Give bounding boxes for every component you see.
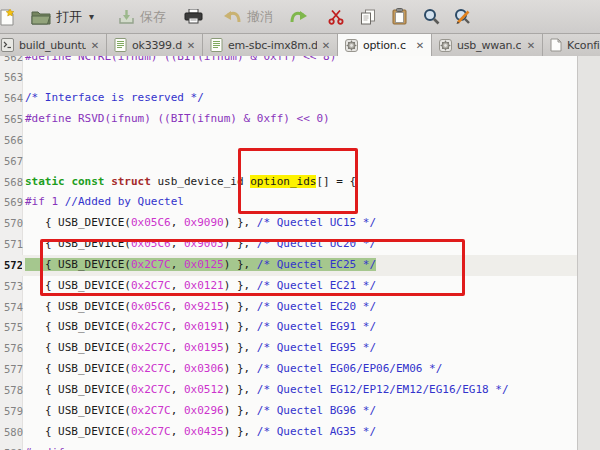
copy-button[interactable] <box>355 7 381 27</box>
tab-label: option.c <box>363 39 406 52</box>
tab-build-ubuntu-sh[interactable]: build_ubuntu.sh✕ <box>0 34 107 56</box>
code-text: /* Interface is reserved */ <box>22 88 600 109</box>
code-line-568[interactable]: 568static const struct usb_device_id opt… <box>0 172 600 193</box>
code-text: #endif <box>22 443 600 450</box>
line-number: 570 <box>0 213 22 234</box>
code-text: { USB_DEVICE(0x2C7C, 0x0296) }, /* Quect… <box>22 401 600 422</box>
copy-icon <box>360 9 376 25</box>
toolbar: 打开▾保存撤消 <box>0 0 600 34</box>
code-text: { USB_DEVICE(0x2C7C, 0x0195) }, /* Quect… <box>22 338 600 359</box>
line-number: 566 <box>0 130 22 151</box>
code-text <box>22 67 600 88</box>
code-line-562[interactable]: 562#define NCTRL(ifnum) ((BIT(ifnum) & 0… <box>0 56 600 67</box>
code-line-578[interactable]: 578 { USB_DEVICE(0x2C7C, 0x0512) }, /* Q… <box>0 380 600 401</box>
tab-label: build_ubuntu.sh <box>19 39 86 52</box>
paste-button[interactable] <box>387 6 412 27</box>
text-editor-window: 打开▾保存撤消 build_ubuntu.sh✕ok3399.dts✕em-sb… <box>0 0 600 450</box>
code-text: #if 1 //Added by Quectel <box>22 192 600 213</box>
tab-option-c[interactable]: option.c✕ <box>338 34 432 56</box>
code-line-573[interactable]: 573 { USB_DEVICE(0x2C7C, 0x0121) }, /* Q… <box>0 276 600 297</box>
printer-icon <box>184 9 203 24</box>
open-label: 打开 <box>56 8 82 26</box>
save-button[interactable]: 保存 <box>113 6 171 28</box>
code-line-576[interactable]: 576 { USB_DEVICE(0x2C7C, 0x0195) }, /* Q… <box>0 338 600 359</box>
line-number: 562 <box>0 56 22 67</box>
redo-icon <box>289 10 308 24</box>
new-file-button[interactable] <box>0 6 20 28</box>
tab-bar: build_ubuntu.sh✕ok3399.dts✕em-sbc-imx8m.… <box>0 34 600 56</box>
c-file-icon <box>439 39 452 52</box>
line-number: 573 <box>0 276 22 297</box>
code-line-566[interactable]: 566 <box>0 130 600 151</box>
code-text: { USB_DEVICE(0x2C7C, 0x0306) }, /* Quect… <box>22 359 600 380</box>
line-number: 581 <box>0 443 22 450</box>
code-line-572[interactable]: 572 { USB_DEVICE(0x2C7C, 0x0125) }, /* Q… <box>0 255 600 276</box>
line-number: 579 <box>0 401 22 422</box>
c-file-icon <box>345 39 358 52</box>
code-text <box>22 151 600 172</box>
clipboard-icon <box>392 8 407 25</box>
code-text: { USB_DEVICE(0x2C7C, 0x0125) }, /* Quect… <box>22 255 600 276</box>
code-line-563[interactable]: 563 <box>0 67 600 88</box>
plain-file-icon <box>550 38 562 52</box>
code-line-581[interactable]: 581#endif <box>0 443 600 450</box>
code-line-569[interactable]: 569#if 1 //Added by Quectel <box>0 192 600 213</box>
code-text: { USB_DEVICE(0x2C7C, 0x0191) }, /* Quect… <box>22 317 600 338</box>
save-icon <box>118 9 135 25</box>
code-text: static const struct usb_device_id option… <box>22 172 600 193</box>
code-text: #define RSVD(ifnum) ((BIT(ifnum) & 0xff)… <box>22 109 600 130</box>
code-line-570[interactable]: 570 { USB_DEVICE(0x05C6, 0x9090) }, /* Q… <box>0 213 600 234</box>
code-line-571[interactable]: 571 { USB_DEVICE(0x05C6, 0x9003) }, /* Q… <box>0 234 600 255</box>
tab-usb-wwan-c[interactable]: usb_wwan.c✕ <box>432 34 543 56</box>
open-button[interactable]: 打开▾ <box>26 6 99 28</box>
code-line-577[interactable]: 577 { USB_DEVICE(0x2C7C, 0x0306) }, /* Q… <box>0 359 600 380</box>
tab-close-icon[interactable]: ✕ <box>416 40 424 51</box>
tab-ok3399-dts[interactable]: ok3399.dts✕ <box>107 34 203 56</box>
tab-label: em-sbc-imx8m.dts <box>228 39 317 52</box>
code-lines: 562#define NCTRL(ifnum) ((BIT(ifnum) & 0… <box>0 56 600 450</box>
code-editor[interactable]: 562#define NCTRL(ifnum) ((BIT(ifnum) & 0… <box>0 56 600 450</box>
line-number: 576 <box>0 338 22 359</box>
vertical-scrollbar[interactable] <box>577 56 600 450</box>
line-number: 567 <box>0 151 22 172</box>
tab-label: usb_wwan.c <box>457 39 521 52</box>
line-number: 571 <box>0 234 22 255</box>
magnifier-pencil-icon <box>454 8 472 25</box>
code-line-564[interactable]: 564/* Interface is reserved */ <box>0 88 600 109</box>
code-line-565[interactable]: 565#define RSVD(ifnum) ((BIT(ifnum) & 0x… <box>0 109 600 130</box>
code-line-579[interactable]: 579 { USB_DEVICE(0x2C7C, 0x0296) }, /* Q… <box>0 401 600 422</box>
tab-close-icon[interactable]: ✕ <box>527 40 535 51</box>
tab-close-icon[interactable]: ✕ <box>91 40 99 51</box>
cut-button[interactable] <box>323 7 349 27</box>
line-number: 565 <box>0 109 22 130</box>
chevron-down-icon[interactable]: ▾ <box>89 11 94 22</box>
tab-label: Kconfig <box>567 39 600 52</box>
code-text: { USB_DEVICE(0x05C6, 0x9215) }, /* Quect… <box>22 297 600 318</box>
code-text <box>22 130 600 151</box>
code-line-567[interactable]: 567 <box>0 151 600 172</box>
code-line-575[interactable]: 575 { USB_DEVICE(0x2C7C, 0x0191) }, /* Q… <box>0 317 600 338</box>
redo-button[interactable] <box>284 8 313 26</box>
search-button[interactable] <box>418 6 445 27</box>
line-number: 578 <box>0 380 22 401</box>
undo-label: 撤消 <box>247 8 273 26</box>
replace-button[interactable] <box>449 6 477 27</box>
line-number: 574 <box>0 297 22 318</box>
undo-icon <box>223 10 242 24</box>
tab-close-icon[interactable]: ✕ <box>322 40 330 51</box>
line-number: 572 <box>0 255 22 276</box>
tab-close-icon[interactable]: ✕ <box>187 40 195 51</box>
print-button[interactable] <box>179 7 208 26</box>
code-line-580[interactable]: 580 { USB_DEVICE(0x2C7C, 0x0435) }, /* Q… <box>0 422 600 443</box>
magnifier-icon <box>423 8 440 25</box>
tab-em-sbc-imx8m-dts[interactable]: em-sbc-imx8m.dts✕ <box>203 34 338 56</box>
scissors-icon <box>328 9 344 25</box>
line-number: 577 <box>0 359 22 380</box>
tab-kconfig[interactable]: Kconfig✕ <box>543 34 600 56</box>
code-line-574[interactable]: 574 { USB_DEVICE(0x05C6, 0x9215) }, /* Q… <box>0 297 600 318</box>
dts-file-icon <box>210 38 223 52</box>
line-number: 564 <box>0 88 22 109</box>
code-text: { USB_DEVICE(0x2C7C, 0x0435) }, /* Quect… <box>22 422 600 443</box>
undo-button[interactable]: 撤消 <box>218 6 278 28</box>
code-text: { USB_DEVICE(0x05C6, 0x9003) }, /* Quect… <box>22 234 600 255</box>
